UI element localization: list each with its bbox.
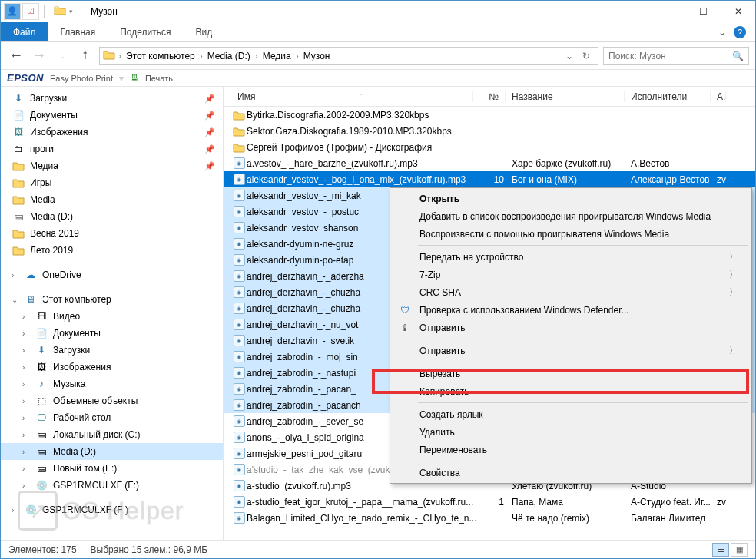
qat-dropdown-icon[interactable]: ▾ bbox=[69, 8, 73, 15]
chevron-right-icon[interactable]: › bbox=[252, 51, 261, 61]
tree-gsp1[interactable]: ›💿GSP1RMCULXF (F:) bbox=[1, 477, 223, 494]
address-bar[interactable]: › Этот компьютер › Media (D:) › Медиа › … bbox=[99, 47, 598, 65]
tree-media[interactable]: Медиа📌 bbox=[1, 157, 223, 174]
tree-local-c[interactable]: ›🖴Локальный диск (C:) bbox=[1, 426, 223, 443]
chevron-right-icon[interactable]: › bbox=[293, 51, 302, 61]
close-button[interactable]: ✕ bbox=[721, 1, 755, 22]
tree-gsp2[interactable]: ›💿GSP1RMCULXF (F:) bbox=[1, 501, 223, 518]
tree-spring[interactable]: Весна 2019 bbox=[1, 225, 223, 242]
chevron-right-icon[interactable]: › bbox=[197, 51, 206, 61]
videos-icon: 🎞 bbox=[35, 311, 48, 322]
file-row[interactable]: Balagan_Limited_CHyo_te_nado_remix_-_CHy… bbox=[224, 510, 755, 526]
column-title[interactable]: Название bbox=[506, 91, 625, 102]
view-icons-button[interactable]: ▦ bbox=[731, 543, 748, 557]
mp3-icon bbox=[231, 383, 247, 395]
nav-back-button[interactable]: 🠔 bbox=[7, 47, 25, 65]
ctx-rename[interactable]: Переименовать bbox=[392, 441, 750, 458]
breadcrumb-pc[interactable]: Этот компьютер bbox=[124, 51, 197, 61]
ctx-cut[interactable]: Вырезать bbox=[392, 365, 750, 382]
ctx-properties[interactable]: Свойства bbox=[392, 464, 750, 481]
column-a[interactable]: А. bbox=[711, 91, 726, 102]
ctx-delete[interactable]: Удалить bbox=[392, 423, 750, 441]
file-a: zv bbox=[717, 174, 732, 185]
tab-share[interactable]: Поделиться bbox=[108, 22, 183, 41]
refresh-icon[interactable]: ↻ bbox=[578, 51, 595, 61]
file-title: Харе барже (zvukoff.ru) bbox=[512, 158, 631, 169]
file-row[interactable]: a.vestov_-_hare_barzhe_(zvukoff.ru).mp3Х… bbox=[224, 155, 755, 171]
breadcrumb-drive[interactable]: Media (D:) bbox=[206, 51, 252, 61]
qat-app-icon[interactable]: 👤 bbox=[4, 3, 21, 20]
column-artist[interactable]: Исполнители bbox=[625, 91, 711, 102]
folder-icon bbox=[54, 5, 66, 18]
collapse-icon[interactable]: ⌄ bbox=[12, 296, 19, 304]
tree-pictures2[interactable]: ›🖼Изображения bbox=[1, 359, 223, 375]
ctx-addlist[interactable]: Добавить в список воспроизведения проигр… bbox=[392, 207, 750, 225]
folder-icon bbox=[231, 126, 247, 137]
column-no[interactable]: № bbox=[473, 91, 506, 102]
tree-onedrive[interactable]: ›☁OneDrive bbox=[1, 266, 223, 283]
file-row[interactable]: Сергей Трофимов (Трофим) - Дискография bbox=[224, 139, 755, 155]
breadcrumb-folder2[interactable]: Музон bbox=[302, 51, 332, 61]
ctx-open[interactable]: Открыть bbox=[392, 190, 750, 207]
ribbon-expand-icon[interactable]: ⌄ bbox=[718, 27, 726, 38]
search-input[interactable] bbox=[608, 51, 732, 61]
help-icon[interactable]: ? bbox=[734, 26, 746, 38]
tree-music[interactable]: ›♪Музыка bbox=[1, 375, 223, 392]
breadcrumb-folder1[interactable]: Медиа bbox=[261, 51, 293, 61]
submenu-arrow-icon: 〉 bbox=[729, 345, 738, 356]
ctx-copy[interactable]: Копировать bbox=[392, 382, 750, 400]
mp3-icon bbox=[231, 270, 247, 282]
minimize-button[interactable]: ─ bbox=[652, 1, 686, 22]
search-box[interactable]: 🔍 bbox=[603, 47, 749, 65]
tree-pictures[interactable]: 🖼Изображения📌 bbox=[1, 124, 223, 141]
ctx-crcsha[interactable]: CRC SHA〉 bbox=[392, 283, 750, 301]
mp3-icon bbox=[231, 190, 247, 201]
tree-documents[interactable]: 📄Документы📌 bbox=[1, 107, 223, 124]
ctx-7zip[interactable]: 7-Zip〉 bbox=[392, 266, 750, 283]
qat-properties[interactable]: ☑ bbox=[22, 3, 39, 20]
file-row[interactable]: Sektor.Gaza.Diskografia.1989-2010.MP3.32… bbox=[224, 123, 755, 139]
column-name[interactable]: Имя˄ bbox=[231, 91, 473, 102]
epson-print-label[interactable]: Печать bbox=[145, 74, 173, 83]
tree-documents2[interactable]: ›📄Документы bbox=[1, 325, 223, 342]
file-row[interactable]: Bytirka.Discografia.2002-2009.MP3.320kbp… bbox=[224, 107, 755, 123]
tree-videos[interactable]: ›🎞Видео bbox=[1, 308, 223, 325]
tree-summer[interactable]: Лето 2019 bbox=[1, 242, 223, 259]
nav-up-button[interactable]: 🠕 bbox=[76, 47, 94, 65]
expand-icon[interactable]: › bbox=[12, 271, 19, 280]
ctx-share[interactable]: ⇪Отправить bbox=[392, 319, 750, 336]
tree-3dobjects[interactable]: ›⬚Объемные объекты bbox=[1, 392, 223, 409]
tab-view[interactable]: Вид bbox=[183, 22, 224, 41]
ctx-sendto[interactable]: Отправить〉 bbox=[392, 342, 750, 359]
downloads-icon: ⬇ bbox=[35, 345, 48, 356]
tree-media-d2[interactable]: ›🖴Media (D:) bbox=[1, 443, 223, 460]
chevron-right-icon[interactable]: › bbox=[115, 51, 124, 61]
tree-media-folder[interactable]: Media bbox=[1, 191, 223, 208]
tree-downloads[interactable]: ⬇Загрузки📌 bbox=[1, 90, 223, 107]
ctx-castto[interactable]: Передать на устройство〉 bbox=[392, 248, 750, 266]
maximize-button[interactable]: ☐ bbox=[686, 1, 721, 22]
print-icon[interactable]: 🖶 bbox=[130, 73, 139, 84]
mp3-icon bbox=[231, 415, 247, 427]
ctx-shortcut[interactable]: Создать ярлык bbox=[392, 405, 750, 423]
tree-desktop[interactable]: ›🖵Рабочий стол bbox=[1, 409, 223, 426]
file-row[interactable]: a-studio_feat_igor_krutoj_-_papa__mama_(… bbox=[224, 494, 755, 510]
tab-home[interactable]: Главная bbox=[48, 22, 108, 41]
submenu-arrow-icon: 〉 bbox=[729, 251, 738, 263]
tree-media-d[interactable]: 🖴Media (D:) bbox=[1, 208, 223, 225]
tree-games[interactable]: Игры bbox=[1, 174, 223, 191]
tree-thispc[interactable]: ⌄🖥Этот компьютер bbox=[1, 291, 223, 308]
file-row[interactable]: aleksandr_vestov_-_bog_i_ona_mix_(zvukof… bbox=[224, 171, 755, 187]
nav-forward-button[interactable]: 🠖 bbox=[30, 47, 48, 65]
tree-downloads2[interactable]: ›⬇Загрузки bbox=[1, 342, 223, 359]
tree-progi[interactable]: 🗀проги📌 bbox=[1, 141, 223, 157]
ctx-defender[interactable]: 🛡Проверка с использованием Windows Defen… bbox=[392, 301, 750, 319]
mp3-icon bbox=[231, 286, 247, 298]
tab-file[interactable]: Файл bbox=[1, 22, 48, 41]
ctx-playwith[interactable]: Воспроизвести с помощью проигрывателя Wi… bbox=[392, 225, 750, 243]
address-dropdown-icon[interactable]: ⌄ bbox=[561, 51, 578, 61]
mp3-icon bbox=[231, 367, 247, 379]
view-details-button[interactable]: ☰ bbox=[712, 543, 729, 557]
nav-recent-dropdown[interactable]: ⌄ bbox=[53, 47, 71, 65]
tree-new-e[interactable]: ›🖴Новый том (E:) bbox=[1, 460, 223, 477]
